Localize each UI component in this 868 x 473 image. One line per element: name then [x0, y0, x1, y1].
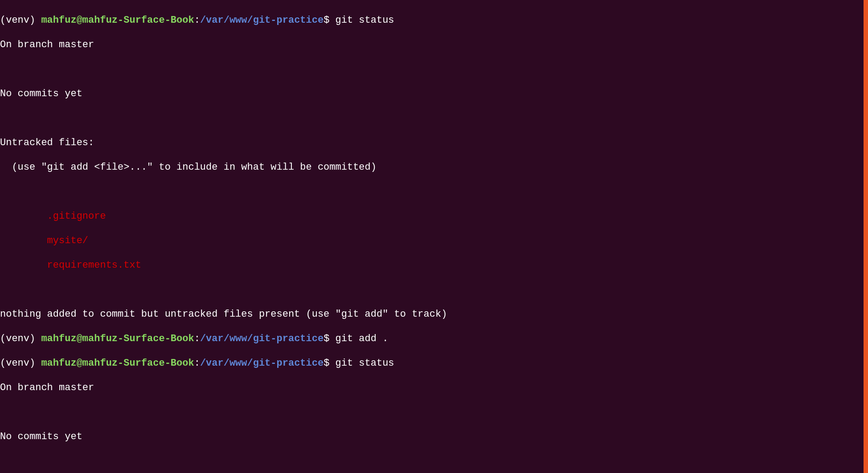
- user-host: mahfuz@mahfuz-Surface-Book: [41, 358, 194, 369]
- cwd-path: /var/www/git-practice: [200, 15, 323, 26]
- output-blank: [0, 455, 868, 468]
- output-no-commits: No commits yet: [0, 431, 868, 443]
- output-branch: On branch master: [0, 382, 868, 394]
- untracked-file: .gitignore: [0, 210, 868, 223]
- terminal-output-area[interactable]: (venv) mahfuz@mahfuz-Surface-Book:/var/w…: [0, 2, 868, 473]
- command-text: git add .: [336, 333, 389, 344]
- venv-prefix: (venv): [0, 358, 41, 369]
- prompt-line-1: (venv) mahfuz@mahfuz-Surface-Book:/var/w…: [0, 14, 868, 27]
- cwd-path: /var/www/git-practice: [200, 333, 323, 344]
- output-untracked-hint: (use "git add <file>..." to include in w…: [0, 161, 868, 174]
- untracked-file: requirements.txt: [0, 259, 868, 272]
- user-host: mahfuz@mahfuz-Surface-Book: [41, 15, 194, 26]
- prompt-dollar: $: [323, 358, 335, 369]
- output-blank: [0, 284, 868, 296]
- scrollbar[interactable]: [864, 0, 868, 473]
- colon: :: [194, 15, 200, 26]
- output-branch: On branch master: [0, 39, 868, 51]
- venv-prefix: (venv): [0, 15, 41, 26]
- output-blank: [0, 186, 868, 198]
- prompt-dollar: $: [323, 333, 335, 344]
- output-nothing-added: nothing added to commit but untracked fi…: [0, 308, 868, 321]
- command-text: git status: [336, 15, 394, 26]
- prompt-dollar: $: [323, 15, 335, 26]
- cwd-path: /var/www/git-practice: [200, 358, 323, 369]
- command-text: git status: [336, 358, 394, 369]
- output-blank: [0, 406, 868, 419]
- prompt-line-3: (venv) mahfuz@mahfuz-Surface-Book:/var/w…: [0, 357, 868, 370]
- untracked-file: mysite/: [0, 235, 868, 247]
- colon: :: [194, 358, 200, 369]
- venv-prefix: (venv): [0, 333, 41, 344]
- prompt-line-2: (venv) mahfuz@mahfuz-Surface-Book:/var/w…: [0, 333, 868, 345]
- output-no-commits: No commits yet: [0, 88, 868, 100]
- user-host: mahfuz@mahfuz-Surface-Book: [41, 333, 194, 344]
- output-blank: [0, 112, 868, 125]
- output-blank: [0, 63, 868, 76]
- colon: :: [194, 333, 200, 344]
- output-untracked-header: Untracked files:: [0, 137, 868, 149]
